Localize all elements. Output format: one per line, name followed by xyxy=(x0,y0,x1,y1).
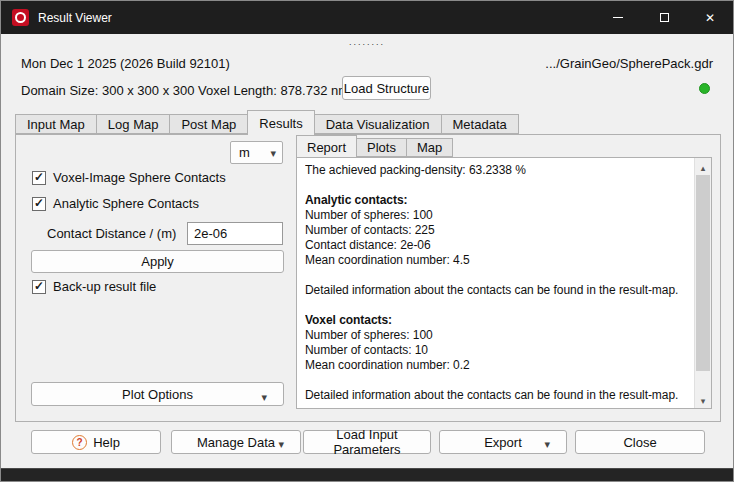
maximize-button[interactable] xyxy=(641,1,687,34)
report-line: Number of contacts: 225 xyxy=(305,223,690,238)
checkbox-backup-result-file[interactable]: Back-up result file xyxy=(32,279,156,294)
report-line: Analytic contacts: xyxy=(305,193,690,208)
tab-input-map[interactable]: Input Map xyxy=(15,114,97,134)
plot-options-label: Plot Options xyxy=(122,387,193,402)
checkbox-label: Voxel-Image Sphere Contacts xyxy=(53,170,226,185)
report-tab-bar: Report Plots Map xyxy=(296,135,452,157)
report-line xyxy=(305,373,690,388)
report-content: The achieved packing-density: 63.2338 % … xyxy=(297,158,694,408)
window-bottom-edge xyxy=(1,468,733,481)
checkbox-label: Analytic Sphere Contacts xyxy=(53,196,199,211)
report-line: Contact distance: 2e-06 xyxy=(305,238,690,253)
close-dialog-button[interactable]: Close xyxy=(575,430,705,454)
chevron-down-icon xyxy=(544,436,556,451)
tab-post-map[interactable]: Post Map xyxy=(169,114,248,134)
title-bar[interactable]: Result Viewer xyxy=(1,1,733,34)
tab-data-visualization[interactable]: Data Visualization xyxy=(314,114,442,134)
report-line: Mean coordination number: 4.5 xyxy=(305,253,690,268)
main-tab-bar: Input Map Log Map Post Map Results Data … xyxy=(15,110,518,134)
help-button[interactable]: Help xyxy=(31,430,161,454)
app-icon[interactable] xyxy=(12,9,29,26)
load-input-parameters-button[interactable]: Load Input Parameters xyxy=(303,430,431,454)
report-line: Detailed information about the contacts … xyxy=(305,388,690,403)
checkbox-icon[interactable] xyxy=(32,197,46,211)
maximize-icon xyxy=(660,13,669,22)
arrow-down-icon xyxy=(701,392,706,407)
help-label: Help xyxy=(93,435,120,450)
contact-distance-input[interactable] xyxy=(187,222,283,245)
contact-distance-label: Contact Distance / (m) xyxy=(47,226,176,241)
report-line: Number of contacts: 10 xyxy=(305,343,690,358)
scrollbar-thumb[interactable] xyxy=(696,175,710,371)
chevron-down-icon xyxy=(278,436,290,451)
question-mark-icon xyxy=(72,435,87,450)
report-scrollbar[interactable] xyxy=(694,158,711,408)
voxel-length-label: Voxel Length: 878.732 nm xyxy=(198,83,349,98)
scroll-down-button[interactable] xyxy=(695,391,711,408)
manage-data-button[interactable]: Manage Data xyxy=(171,430,301,454)
file-path: .../GrainGeo/SpherePack.gdr xyxy=(545,56,713,71)
subtab-report[interactable]: Report xyxy=(296,135,357,158)
unit-select-value: m xyxy=(239,145,250,160)
close-button[interactable] xyxy=(687,1,733,34)
status-indicator-dot xyxy=(699,83,710,94)
unit-select[interactable]: m xyxy=(230,141,283,164)
manage-data-label: Manage Data xyxy=(197,435,275,450)
checkbox-voxel-image-sphere-contacts[interactable]: Voxel-Image Sphere Contacts xyxy=(32,170,226,185)
subtab-map[interactable]: Map xyxy=(406,138,453,157)
report-line xyxy=(305,298,690,313)
scroll-up-button[interactable] xyxy=(695,158,711,175)
window-title: Result Viewer xyxy=(38,11,112,25)
report-line: Voxel contacts: xyxy=(305,313,690,328)
subtab-plots[interactable]: Plots xyxy=(356,138,407,157)
checkbox-analytic-sphere-contacts[interactable]: Analytic Sphere Contacts xyxy=(32,196,199,211)
window-controls xyxy=(595,1,733,34)
arrow-up-icon xyxy=(701,159,706,174)
build-info: Mon Dec 1 2025 (2026 Build 92101) xyxy=(21,56,230,71)
apply-button[interactable]: Apply xyxy=(31,250,284,273)
tab-results[interactable]: Results xyxy=(247,110,314,135)
result-viewer-window: Result Viewer ........ Mon Dec 1 2025 (2… xyxy=(0,0,734,482)
minimize-button[interactable] xyxy=(595,1,641,34)
report-line: Number of spheres: 100 xyxy=(305,328,690,343)
close-icon xyxy=(705,10,715,25)
checkbox-label: Back-up result file xyxy=(53,279,156,294)
domain-size-label: Domain Size: 300 x 300 x 300 xyxy=(21,83,194,98)
report-line: Number of spheres: 100 xyxy=(305,208,690,223)
report-line: The achieved packing-density: 63.2338 % xyxy=(305,163,690,178)
chevron-down-icon xyxy=(261,389,273,404)
export-label: Export xyxy=(484,435,522,450)
tab-metadata[interactable]: Metadata xyxy=(441,114,519,134)
report-view: The achieved packing-density: 63.2338 % … xyxy=(296,157,712,409)
report-line: Mean coordination number: 0.2 xyxy=(305,358,690,373)
plot-options-button[interactable]: Plot Options xyxy=(31,382,284,406)
chevron-down-icon xyxy=(270,145,282,160)
checkbox-icon[interactable] xyxy=(32,280,46,294)
checkbox-icon[interactable] xyxy=(32,171,46,185)
export-button[interactable]: Export xyxy=(439,430,567,454)
dialog-drag-handle[interactable]: ........ xyxy=(1,37,733,47)
report-line xyxy=(305,268,690,283)
tab-log-map[interactable]: Log Map xyxy=(96,114,171,134)
load-structure-button[interactable]: Load Structure xyxy=(342,76,431,100)
report-line xyxy=(305,178,690,193)
minimize-icon xyxy=(613,17,623,18)
report-line: Detailed information about the contacts … xyxy=(305,283,690,298)
